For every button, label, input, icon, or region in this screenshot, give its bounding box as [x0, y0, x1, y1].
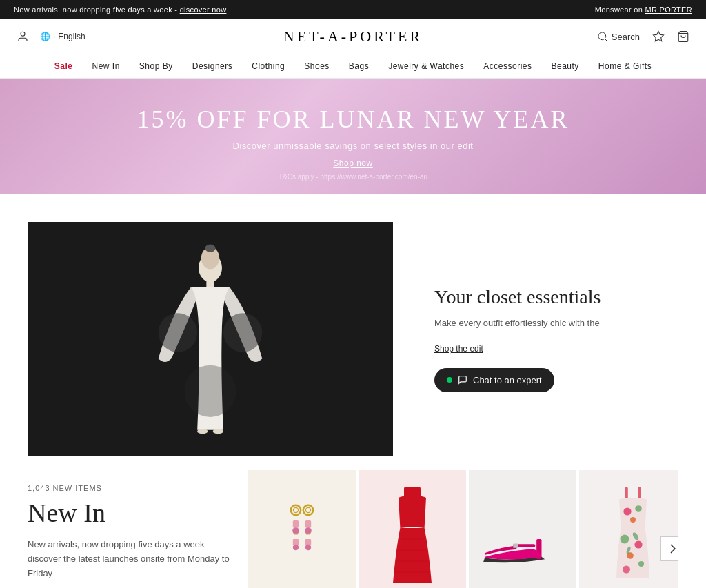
svg-rect-15: [294, 514, 298, 516]
language-selector[interactable]: 🌐 · English: [40, 32, 85, 41]
svg-point-7: [205, 245, 215, 252]
earrings-illustration: [281, 494, 323, 584]
search-icon: [597, 31, 608, 42]
language-label: ·: [53, 32, 55, 41]
new-in-heading: New In: [28, 498, 234, 528]
product-card-cultgaia[interactable]: CULT GAIA: [579, 470, 678, 588]
svg-marker-2: [653, 32, 663, 41]
svg-point-46: [623, 565, 630, 573]
nav-bags[interactable]: Bags: [349, 61, 369, 71]
svg-point-0: [21, 32, 25, 36]
chat-expert-button[interactable]: Chat to an expert: [434, 368, 554, 392]
nav-shop-by[interactable]: Shop By: [139, 61, 173, 71]
fashion-image: [28, 222, 393, 456]
svg-point-21: [303, 505, 313, 515]
shop-edit-link[interactable]: Shop the edit: [434, 344, 483, 354]
mr-porter-link[interactable]: MR PORTER: [645, 6, 692, 14]
svg-rect-23: [306, 514, 310, 516]
svg-point-28: [305, 545, 311, 550]
site-logo[interactable]: NET-A-PORTER: [241, 28, 465, 45]
carousel-next-button[interactable]: [660, 536, 678, 561]
svg-point-39: [623, 507, 631, 515]
nav-new-in[interactable]: New In: [92, 61, 120, 71]
product-grid: SORELLINA EMILIA WICKSTEA: [248, 470, 678, 588]
nav-sale[interactable]: Sale: [54, 61, 73, 71]
product-card-emilia[interactable]: EMILIA WICKSTEAD: [359, 470, 466, 588]
svg-point-41: [630, 517, 636, 523]
svg-point-25: [305, 527, 312, 534]
svg-point-22: [305, 507, 310, 512]
nav-jewelry[interactable]: Jewelry & Watches: [388, 61, 464, 71]
promo-banner: 15% OFF FOR LUNAR NEW YEAR Discover unmi…: [0, 79, 706, 194]
svg-rect-36: [513, 543, 518, 547]
chat-online-dot: [447, 377, 452, 383]
main-nav: Sale New In Shop By Designers Clothing S…: [0, 54, 706, 79]
svg-point-1: [598, 32, 606, 40]
main-content-section: Your closet essentials Make every outfit…: [0, 194, 706, 470]
announcement-right: Menswear on MR PORTER: [595, 6, 692, 14]
language-text: English: [58, 32, 85, 41]
nav-accessories[interactable]: Accessories: [483, 61, 532, 71]
product-card-sorellina[interactable]: SORELLINA: [248, 470, 356, 588]
nav-beauty[interactable]: Beauty: [551, 61, 578, 71]
svg-rect-24: [305, 520, 311, 528]
floral-dress-illustration: [605, 480, 660, 588]
dress-illustration: [385, 480, 440, 588]
promo-headline: 15% OFF FOR LUNAR NEW YEAR: [14, 105, 692, 134]
closet-description: Make every outfit effortlessly chic with…: [434, 316, 678, 331]
closet-essentials: Your closet essentials Make every outfit…: [421, 286, 678, 392]
announcement-bar: New arrivals, now dropping five days a w…: [0, 0, 706, 19]
model-illustration: [148, 229, 272, 449]
svg-rect-26: [306, 534, 310, 535]
svg-rect-18: [294, 534, 298, 535]
svg-point-8: [197, 429, 208, 434]
nav-home-gifts[interactable]: Home & Gifts: [598, 61, 652, 71]
nav-clothing[interactable]: Clothing: [252, 61, 285, 71]
nav-designers[interactable]: Designers: [192, 61, 233, 71]
svg-rect-16: [293, 520, 299, 528]
product-image-sorellina: [248, 470, 356, 588]
discover-now-link[interactable]: discover now: [180, 6, 227, 14]
svg-point-20: [293, 545, 299, 550]
chevron-right-icon: [669, 543, 676, 554]
svg-point-13: [291, 505, 301, 515]
svg-rect-27: [305, 539, 311, 545]
new-in-description: New arrivals, now dropping five days a w…: [28, 538, 234, 580]
search-button[interactable]: Search: [597, 31, 640, 42]
header-right: Search: [465, 30, 689, 43]
closet-heading: Your closet essentials: [434, 286, 678, 308]
chat-icon: [458, 375, 467, 385]
promo-subtext: Discover unmissable savings on select st…: [14, 141, 692, 151]
promo-url: T&Cs apply - https://www.net-a-porter.co…: [14, 173, 692, 181]
svg-rect-19: [293, 539, 299, 545]
product-image-porte: [469, 470, 576, 588]
wishlist-icon[interactable]: [652, 30, 665, 43]
svg-point-10: [159, 313, 197, 352]
svg-point-9: [213, 429, 223, 434]
header-left: 🌐 · English: [17, 30, 241, 43]
svg-point-14: [293, 507, 298, 512]
svg-point-17: [292, 527, 299, 534]
new-in-section: 1,043 NEW ITEMS New In New arrivals, now…: [0, 470, 706, 588]
product-card-porte[interactable]: PORTE & PAIRE: [469, 470, 576, 588]
svg-point-42: [621, 535, 629, 544]
product-image-cultgaia: [579, 470, 678, 588]
svg-point-40: [635, 505, 642, 512]
announcement-left: New arrivals, now dropping five days a w…: [14, 6, 226, 14]
shoes-illustration: [478, 501, 567, 577]
svg-point-43: [634, 540, 642, 548]
svg-point-45: [638, 561, 644, 567]
product-image-emilia: [359, 470, 466, 588]
chat-label: Chat to an expert: [473, 375, 542, 385]
cart-icon[interactable]: [677, 30, 689, 43]
globe-icon: 🌐: [40, 32, 50, 41]
svg-point-11: [223, 313, 262, 352]
header: 🌐 · English NET-A-PORTER Search: [0, 19, 706, 54]
new-in-text: 1,043 NEW ITEMS New In New arrivals, now…: [28, 470, 248, 588]
nav-shoes[interactable]: Shoes: [304, 61, 330, 71]
svg-point-12: [184, 365, 236, 417]
new-items-count: 1,043 NEW ITEMS: [28, 484, 234, 492]
promo-cta[interactable]: Shop now: [333, 159, 372, 168]
user-icon[interactable]: [17, 30, 29, 43]
